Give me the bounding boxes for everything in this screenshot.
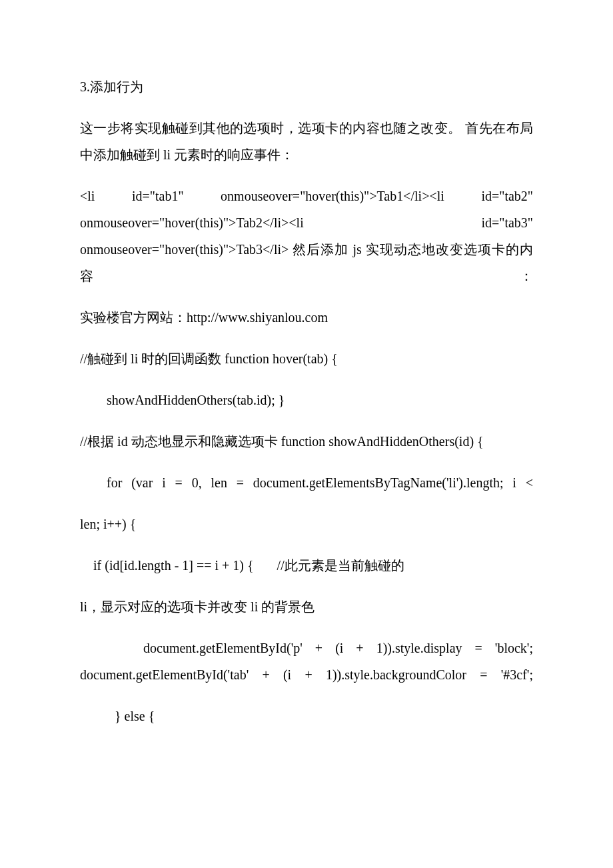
code-text: showAndHiddenOthers(tab.id); } <box>80 387 533 413</box>
code-text: document.getElementById('p' + (i + 1)).s… <box>80 635 533 688</box>
code-text: <li id="tab1" onmouseover="hover(this)">… <box>80 183 533 289</box>
code-text: li，显示对应的选项卡并改变 li 的背景色 <box>80 593 533 620</box>
code-text: for (var i = 0, len = document.getElemen… <box>80 469 533 496</box>
body-text: 实验楼官方网站：http://www.shiyanlou.com <box>80 304 533 331</box>
body-text: 这一步将实现触碰到其他的选项时，选项卡的内容也随之改变。 首先在布局中添加触碰到… <box>80 115 533 168</box>
heading-text: 3.添加行为 <box>80 73 533 100</box>
code-text: len; i++) { <box>80 511 533 537</box>
code-text: //根据 id 动态地显示和隐藏选项卡 function showAndHidd… <box>80 428 533 455</box>
document-page: 3.添加行为 这一步将实现触碰到其他的选项时，选项卡的内容也随之改变。 首先在布… <box>0 0 613 868</box>
code-text: } else { <box>80 703 533 729</box>
code-text: //触碰到 li 时的回调函数 function hover(tab) { <box>80 345 533 372</box>
code-text: if (id[id.length - 1] == i + 1) { //此元素是… <box>80 552 533 579</box>
